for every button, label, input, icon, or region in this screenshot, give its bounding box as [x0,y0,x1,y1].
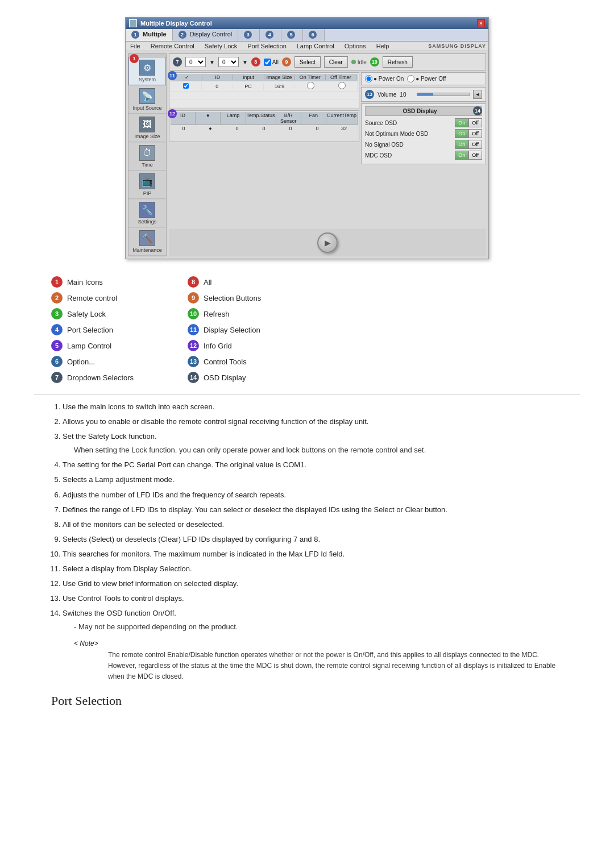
display-selection-area: 11 ✓ ID Input Image Size On Timer Off Ti… [169,72,359,227]
ig-hdr-lamp: Lamp [221,112,246,124]
tab-multiple[interactable]: 1 Multiple [126,29,173,41]
legend-label-6: Option... [67,358,95,366]
osd-mdc-off[interactable]: Off [468,151,482,160]
sidebar-item-input[interactable]: 📡 Input Source [128,86,166,114]
menu-help[interactable]: Help [374,42,392,50]
input-icon: 📡 [139,88,155,104]
menu-remote-control[interactable]: Remote Control [148,42,197,50]
tab-num-2: 2 [179,31,186,39]
osd-notoptimum-on[interactable]: On [455,129,468,138]
legend-item-10: 10Refresh [188,308,301,319]
dropdown2-separator: ▼ [242,59,248,65]
ig-row0-lamp: 0 [224,125,251,132]
dg-row0-checkbox[interactable] [183,83,189,89]
osd-row-nosignal: No Signal OSD On Off [365,140,482,149]
legend-col-1: 1Main Icons2Remote control3Safety Lock4P… [51,276,165,383]
ig-row0-dot: ● [197,125,224,132]
sidebar-item-imgsize[interactable]: 🖼 Image Size [128,114,166,142]
dg-row0-on-radio[interactable] [307,82,314,89]
power-off-radio[interactable] [407,75,414,82]
osd-source-label: Source OSD [365,120,455,126]
sidebar-item-time[interactable]: ⏱ Time [128,143,166,171]
samsung-logo: SAMSUNG DISPLAY [428,43,486,49]
menu-safety-lock[interactable]: Safety Lock [202,42,239,50]
refresh-button[interactable]: Refresh [383,56,413,68]
ig-hdr-dot: ● [196,112,221,124]
osd-notoptimum-off[interactable]: Off [468,129,482,138]
all-checkbox[interactable] [264,59,271,66]
volume-bar[interactable] [417,93,470,96]
all-checkbox-container: All [264,59,279,66]
top-controls: 7 0 ▼ 0 ▼ 8 All 9 Select [169,53,486,70]
legend-item-2: 2Remote control [51,292,165,304]
tab-display-control[interactable]: 2 Display Control [173,29,239,41]
osd-nosignal-on[interactable]: On [455,140,468,149]
power-on-radio[interactable] [365,75,372,82]
instruction-item-13: Use Control Tools to control displays. [63,592,563,605]
window-title: Multiple Display Control [140,20,212,27]
osd-source-on[interactable]: On [455,118,468,127]
sidebar-item-maintenance[interactable]: 🔨 Maintenance [128,228,166,256]
legend-num-1: 1 [51,276,63,288]
legend-item-9: 9Selection Buttons [188,292,301,304]
legend-item-4: 4Port Selection [51,324,165,335]
dg-row0-on [295,81,326,91]
dg-hdr-input: Input [233,74,264,80]
menu-port-selection[interactable]: Port Selection [245,42,288,50]
menu-file[interactable]: File [128,42,143,50]
instruction-item-1: Use the main icons to switch into each s… [63,401,563,413]
volume-fill [417,93,433,95]
middle-area: 11 ✓ ID Input Image Size On Timer Off Ti… [169,72,486,227]
badge-9: 9 [282,57,291,67]
legend-item-5: 5Lamp Control [51,340,165,351]
clear-button[interactable]: Clear [324,56,348,68]
legend-label-9: Selection Buttons [204,294,261,302]
system-icon: ⚙ [139,60,155,76]
dropdown-1[interactable]: 0 [185,57,206,67]
display-grid-header: ✓ ID Input Image Size On Timer Off Timer [171,74,358,81]
display-selection-panel: ✓ ID Input Image Size On Timer Off Timer [169,72,359,109]
legend-label-12: Info Grid [204,342,232,350]
dg-row0-check[interactable] [171,82,202,90]
status-idle: Idle [351,59,367,65]
menu-bar: File Remote Control Safety Lock Port Sel… [126,41,488,51]
idle-label: Idle [358,59,367,65]
main-content: 7 0 ▼ 0 ▼ 8 All 9 Select [169,53,486,256]
info-grid-header: ID ● Lamp Temp.Status B/R Sensor Fan Cur… [171,112,358,125]
tab-3[interactable]: 3 [238,29,260,41]
tab-num-4: 4 [265,31,273,39]
display-grid-row-empty-2 [171,99,358,107]
tab-4[interactable]: 4 [260,29,281,41]
dropdown-2[interactable]: 0 [218,57,239,67]
close-button[interactable]: × [477,19,485,27]
volume-down-button[interactable]: ◄ [473,90,482,99]
tab-num-5: 5 [287,31,295,39]
legend-label-3: Safety Lock [67,310,106,318]
badge-13: 13 [365,90,374,99]
badge-1: 1 [130,54,139,63]
legend-section: 1Main Icons2Remote control3Safety Lock4P… [51,276,563,383]
badge-14: 14 [473,106,482,115]
sidebar-item-pip[interactable]: 📺 PIP [128,171,166,199]
menu-options[interactable]: Options [342,42,368,50]
instruction-item-8: All of the monitors can be selected or d… [63,518,563,531]
sidebar-input-label: Input Source [132,105,161,111]
volume-control: 13 Volume 10 ◄ [361,87,486,102]
note-text: The remote control Enable/Disable functi… [74,650,563,683]
play-button[interactable]: ▶ [317,232,338,253]
osd-mdc-on[interactable]: On [455,151,468,160]
tab-multiple-label: Multiple [143,31,167,38]
tab-bar: 1 Multiple 2 Display Control 3 4 5 6 [126,29,488,41]
dg-row0-off-radio[interactable] [338,82,346,89]
osd-title: OSD Display [365,106,482,116]
instruction-item-12: Use Grid to view brief information on se… [63,578,563,590]
osd-nosignal-off[interactable]: Off [468,140,482,149]
menu-lamp-control[interactable]: Lamp Control [294,42,337,50]
tab-5[interactable]: 5 [281,29,303,41]
select-button[interactable]: Select [294,56,321,68]
sidebar-item-settings[interactable]: 🔧 Settings [128,200,166,227]
dropdown-separator: ▼ [209,59,215,65]
osd-source-off[interactable]: Off [468,118,482,127]
divider [34,394,580,395]
tab-6[interactable]: 6 [303,29,325,41]
